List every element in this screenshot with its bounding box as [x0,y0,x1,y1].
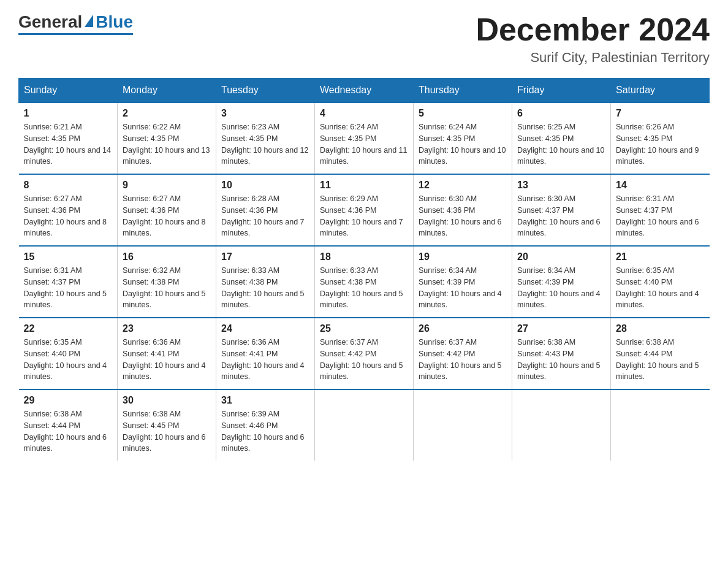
day-number: 5 [419,108,507,119]
day-info: Sunrise: 6:32 AMSunset: 4:38 PMDaylight:… [123,265,211,311]
day-info: Sunrise: 6:36 AMSunset: 4:41 PMDaylight:… [123,337,211,383]
day-number: 30 [123,395,211,406]
calendar-cell: 13 Sunrise: 6:30 AMSunset: 4:37 PMDaylig… [512,174,611,246]
logo-general-text: General [18,12,82,32]
day-number: 25 [320,323,408,334]
day-number: 14 [616,180,705,191]
day-info: Sunrise: 6:27 AMSunset: 4:36 PMDaylight:… [24,193,113,239]
header-day-wednesday: Wednesday [315,79,414,103]
header-day-tuesday: Tuesday [216,79,315,103]
day-info: Sunrise: 6:30 AMSunset: 4:36 PMDaylight:… [419,193,507,239]
day-info: Sunrise: 6:38 AMSunset: 4:44 PMDaylight:… [24,408,113,454]
day-number: 16 [123,251,211,262]
day-number: 28 [616,323,705,334]
calendar-cell: 20 Sunrise: 6:34 AMSunset: 4:39 PMDaylig… [512,246,611,318]
week-row-5: 29 Sunrise: 6:38 AMSunset: 4:44 PMDaylig… [19,389,710,461]
day-info: Sunrise: 6:28 AMSunset: 4:36 PMDaylight:… [221,193,309,239]
day-number: 10 [221,180,309,191]
day-info: Sunrise: 6:36 AMSunset: 4:41 PMDaylight:… [221,337,309,383]
day-number: 20 [517,251,605,262]
week-row-3: 15 Sunrise: 6:31 AMSunset: 4:37 PMDaylig… [19,246,710,318]
day-number: 11 [320,180,408,191]
day-info: Sunrise: 6:33 AMSunset: 4:38 PMDaylight:… [320,265,408,311]
header-day-saturday: Saturday [611,79,710,103]
day-info: Sunrise: 6:35 AMSunset: 4:40 PMDaylight:… [24,337,113,383]
calendar-cell: 11 Sunrise: 6:29 AMSunset: 4:36 PMDaylig… [315,174,414,246]
calendar-cell: 1 Sunrise: 6:21 AMSunset: 4:35 PMDayligh… [19,102,118,174]
day-info: Sunrise: 6:38 AMSunset: 4:44 PMDaylight:… [616,337,705,383]
day-number: 12 [419,180,507,191]
calendar-cell [512,389,611,461]
calendar-cell: 16 Sunrise: 6:32 AMSunset: 4:38 PMDaylig… [118,246,216,318]
day-info: Sunrise: 6:31 AMSunset: 4:37 PMDaylight:… [616,193,705,239]
week-row-1: 1 Sunrise: 6:21 AMSunset: 4:35 PMDayligh… [19,102,710,174]
day-info: Sunrise: 6:21 AMSunset: 4:35 PMDaylight:… [24,121,113,167]
day-number: 15 [24,251,113,262]
day-number: 24 [221,323,309,334]
day-number: 31 [221,395,309,406]
day-number: 13 [517,180,605,191]
day-info: Sunrise: 6:38 AMSunset: 4:43 PMDaylight:… [517,337,605,383]
day-info: Sunrise: 6:39 AMSunset: 4:46 PMDaylight:… [221,408,309,454]
calendar-cell: 28 Sunrise: 6:38 AMSunset: 4:44 PMDaylig… [611,318,710,389]
calendar-cell: 15 Sunrise: 6:31 AMSunset: 4:37 PMDaylig… [19,246,118,318]
calendar-cell: 3 Sunrise: 6:23 AMSunset: 4:35 PMDayligh… [216,102,315,174]
calendar-cell: 14 Sunrise: 6:31 AMSunset: 4:37 PMDaylig… [611,174,710,246]
day-info: Sunrise: 6:38 AMSunset: 4:45 PMDaylight:… [123,408,211,454]
day-number: 1 [24,108,113,119]
calendar-cell: 22 Sunrise: 6:35 AMSunset: 4:40 PMDaylig… [19,318,118,389]
calendar-cell: 12 Sunrise: 6:30 AMSunset: 4:36 PMDaylig… [414,174,512,246]
day-info: Sunrise: 6:24 AMSunset: 4:35 PMDaylight:… [419,121,507,167]
day-info: Sunrise: 6:25 AMSunset: 4:35 PMDaylight:… [517,121,605,167]
calendar-cell: 4 Sunrise: 6:24 AMSunset: 4:35 PMDayligh… [315,102,414,174]
day-info: Sunrise: 6:30 AMSunset: 4:37 PMDaylight:… [517,193,605,239]
calendar-cell: 30 Sunrise: 6:38 AMSunset: 4:45 PMDaylig… [118,389,216,461]
day-info: Sunrise: 6:24 AMSunset: 4:35 PMDaylight:… [320,121,408,167]
month-title: December 2024 [476,12,710,47]
day-number: 23 [123,323,211,334]
day-info: Sunrise: 6:31 AMSunset: 4:37 PMDaylight:… [24,265,113,311]
header-day-sunday: Sunday [19,79,118,103]
calendar-cell: 29 Sunrise: 6:38 AMSunset: 4:44 PMDaylig… [19,389,118,461]
calendar-cell: 2 Sunrise: 6:22 AMSunset: 4:35 PMDayligh… [118,102,216,174]
calendar-cell: 31 Sunrise: 6:39 AMSunset: 4:46 PMDaylig… [216,389,315,461]
day-number: 6 [517,108,605,119]
day-number: 3 [221,108,309,119]
day-number: 18 [320,251,408,262]
calendar-cell: 6 Sunrise: 6:25 AMSunset: 4:35 PMDayligh… [512,102,611,174]
calendar-cell: 10 Sunrise: 6:28 AMSunset: 4:36 PMDaylig… [216,174,315,246]
day-number: 26 [419,323,507,334]
day-info: Sunrise: 6:37 AMSunset: 4:42 PMDaylight:… [419,337,507,383]
day-number: 9 [123,180,211,191]
logo-blue-text: Blue [96,12,133,32]
header-day-thursday: Thursday [414,79,512,103]
day-number: 21 [616,251,705,262]
calendar-cell [414,389,512,461]
day-number: 19 [419,251,507,262]
header-day-friday: Friday [512,79,611,103]
calendar-cell: 25 Sunrise: 6:37 AMSunset: 4:42 PMDaylig… [315,318,414,389]
header-day-monday: Monday [118,79,216,103]
day-info: Sunrise: 6:37 AMSunset: 4:42 PMDaylight:… [320,337,408,383]
logo-underline [18,33,133,35]
calendar-cell: 27 Sunrise: 6:38 AMSunset: 4:43 PMDaylig… [512,318,611,389]
calendar-cell: 26 Sunrise: 6:37 AMSunset: 4:42 PMDaylig… [414,318,512,389]
calendar-cell: 17 Sunrise: 6:33 AMSunset: 4:38 PMDaylig… [216,246,315,318]
calendar-cell [611,389,710,461]
calendar-table: SundayMondayTuesdayWednesdayThursdayFrid… [18,78,710,461]
location-title: Surif City, Palestinian Territory [476,50,710,66]
day-number: 17 [221,251,309,262]
calendar-cell: 5 Sunrise: 6:24 AMSunset: 4:35 PMDayligh… [414,102,512,174]
day-info: Sunrise: 6:23 AMSunset: 4:35 PMDaylight:… [221,121,309,167]
day-info: Sunrise: 6:33 AMSunset: 4:38 PMDaylight:… [221,265,309,311]
title-section: December 2024 Surif City, Palestinian Te… [476,12,710,66]
logo-triangle-icon [85,15,93,27]
day-info: Sunrise: 6:26 AMSunset: 4:35 PMDaylight:… [616,121,705,167]
calendar-cell: 9 Sunrise: 6:27 AMSunset: 4:36 PMDayligh… [118,174,216,246]
day-info: Sunrise: 6:27 AMSunset: 4:36 PMDaylight:… [123,193,211,239]
day-number: 8 [24,180,113,191]
week-row-2: 8 Sunrise: 6:27 AMSunset: 4:36 PMDayligh… [19,174,710,246]
calendar-cell: 8 Sunrise: 6:27 AMSunset: 4:36 PMDayligh… [19,174,118,246]
calendar-cell: 24 Sunrise: 6:36 AMSunset: 4:41 PMDaylig… [216,318,315,389]
page-header: General Blue December 2024 Surif City, P… [18,12,710,66]
